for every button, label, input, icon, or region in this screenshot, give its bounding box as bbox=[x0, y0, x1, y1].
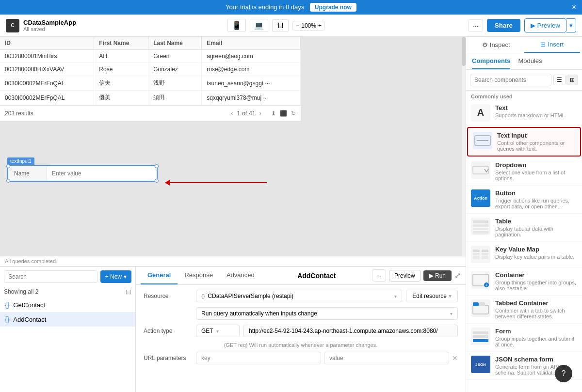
tablet-view-button[interactable]: 💻 bbox=[250, 19, 268, 32]
svg-rect-14 bbox=[482, 250, 488, 252]
trial-banner: Your trial is ending in 8 days Upgrade n… bbox=[0, 0, 582, 15]
resource-value: CDataAPIServerSample (restapi) bbox=[208, 293, 293, 299]
component-desc: Display key value pairs in a table. bbox=[495, 254, 577, 260]
svg-text:+: + bbox=[485, 282, 488, 288]
svg-rect-10 bbox=[473, 228, 488, 230]
auto-run-select[interactable]: Run query automatically when inputs chan… bbox=[196, 307, 458, 320]
component-item-text-input[interactable]: Text Input Control other components or q… bbox=[467, 127, 581, 157]
tab-components[interactable]: Components bbox=[472, 53, 510, 69]
download-icon[interactable]: ⬇ bbox=[271, 110, 276, 117]
cell-email: rose@edge.com bbox=[202, 63, 301, 76]
resize-handle-br[interactable] bbox=[155, 179, 159, 183]
filter-settings-icon[interactable]: ⊟ bbox=[126, 288, 131, 296]
component-info: Form Group inputs together and submit at… bbox=[495, 328, 577, 347]
component-item-table[interactable]: Table Display tabular data with paginati… bbox=[466, 214, 582, 242]
svg-rect-13 bbox=[473, 250, 480, 252]
component-name: Table bbox=[495, 218, 577, 225]
component-icon-input bbox=[473, 132, 492, 149]
cell-id: 0032800001MniHirs bbox=[0, 50, 94, 63]
canvas-scrollbar-thumb[interactable] bbox=[462, 37, 466, 66]
resource-select[interactable]: {} CDataAPIServerSample (restapi) ▾ bbox=[196, 290, 402, 302]
query-expand-button[interactable]: ⤢ bbox=[454, 271, 461, 280]
preview-dropdown-button[interactable]: ▾ bbox=[566, 18, 576, 32]
query-icon: {} bbox=[5, 315, 9, 323]
tab-advanced[interactable]: Advanced bbox=[220, 267, 261, 284]
share-button[interactable]: Share bbox=[487, 19, 520, 32]
edit-resource-button[interactable]: Edit resource ▾ bbox=[406, 290, 458, 302]
url-param-key-input[interactable] bbox=[196, 352, 321, 364]
component-item-form[interactable]: Form Group inputs together and submit at… bbox=[466, 324, 582, 352]
canvas-scrollbar[interactable] bbox=[462, 37, 466, 256]
component-item-key-value-map[interactable]: Key Value Map Display key value pairs in… bbox=[466, 242, 582, 267]
url-param-delete-button[interactable]: ✕ bbox=[452, 352, 458, 364]
resize-handle-tr[interactable] bbox=[155, 164, 159, 168]
query-preview-button[interactable]: Preview bbox=[389, 270, 420, 282]
query-search-input[interactable] bbox=[4, 270, 97, 283]
view-toggle: ☰ ⊞ bbox=[553, 75, 578, 85]
grid-view-button[interactable]: ⊞ bbox=[566, 75, 578, 85]
resource-label: Resource bbox=[144, 293, 192, 299]
svg-rect-28 bbox=[473, 331, 488, 334]
url-param-value-input[interactable] bbox=[324, 352, 449, 364]
cell-last: Green bbox=[148, 50, 202, 63]
component-item-button[interactable]: Action Button Trigger actions like run q… bbox=[466, 186, 582, 214]
query-more-button[interactable]: ··· bbox=[372, 269, 386, 282]
resize-handle-bl[interactable] bbox=[6, 179, 10, 183]
component-tabs: Components Modules bbox=[466, 53, 582, 70]
zoom-plus[interactable]: + bbox=[318, 22, 322, 29]
action-type-select[interactable]: GET ▾ bbox=[196, 325, 240, 337]
results-count: 203 results bbox=[5, 110, 33, 117]
banner-close-button[interactable]: × bbox=[572, 3, 576, 12]
url-input[interactable]: http://ec2-54-92-104-243.ap-northeast-1.… bbox=[243, 325, 458, 337]
component-icon-form bbox=[471, 328, 490, 345]
cell-last: 浅野 bbox=[148, 76, 202, 91]
inspect-icon: ⚙ bbox=[482, 41, 488, 48]
more-options-button[interactable]: ··· bbox=[469, 19, 483, 32]
tab-general[interactable]: General bbox=[141, 267, 178, 284]
svg-rect-16 bbox=[482, 253, 488, 255]
preview-button[interactable]: ▶ Preview bbox=[524, 18, 566, 32]
new-query-label: + New bbox=[105, 273, 122, 280]
right-panel-tabs: ⚙ Inspect ⊞ Insert bbox=[466, 37, 582, 53]
component-desc: Display tabular data with pagination. bbox=[495, 226, 577, 237]
component-name: JSON schema form bbox=[495, 356, 577, 363]
component-name: Button bbox=[495, 189, 577, 197]
page-prev-button[interactable]: ‹ bbox=[229, 109, 235, 118]
component-item-tabbed-container[interactable]: Tabbed Container Container with a tab to… bbox=[466, 296, 582, 324]
text-input-field[interactable] bbox=[47, 166, 157, 181]
page-next-button[interactable]: › bbox=[258, 109, 263, 118]
upgrade-button[interactable]: Upgrade now bbox=[310, 3, 356, 12]
list-view-button[interactable]: ☰ bbox=[553, 75, 566, 85]
component-info: Dropdown Select one value from a list of… bbox=[495, 161, 577, 181]
table-row: 0030I00002MErFpQAL 優美 須田 sqxqqryumi378@m… bbox=[0, 91, 301, 105]
auto-note: (GET req) Will run automatically wheneve… bbox=[144, 342, 458, 348]
help-button[interactable]: ? bbox=[555, 365, 572, 382]
tab-inspect[interactable]: ⚙ Inspect bbox=[468, 37, 524, 53]
svg-rect-8 bbox=[473, 220, 488, 223]
refresh-icon[interactable]: ↻ bbox=[291, 110, 296, 117]
desktop-view-button[interactable]: 🖥 bbox=[272, 19, 289, 32]
cell-first: 優美 bbox=[94, 91, 148, 105]
component-item-dropdown[interactable]: Dropdown Select one value from a list of… bbox=[466, 157, 582, 186]
component-item-container[interactable]: + Container Group things together into g… bbox=[466, 267, 582, 296]
bottom-main: General Response Advanced AddContact ···… bbox=[136, 267, 466, 392]
component-search-input[interactable] bbox=[470, 74, 551, 86]
tab-modules[interactable]: Modules bbox=[518, 53, 542, 69]
resize-handle-tl[interactable] bbox=[6, 164, 10, 168]
edit-resource-label: Edit resource bbox=[412, 293, 447, 299]
zoom-minus[interactable]: − bbox=[296, 22, 299, 29]
url-params-area: ✕ bbox=[196, 352, 458, 366]
svg-rect-17 bbox=[473, 256, 480, 259]
query-item-getcontact[interactable]: {} GetContact bbox=[0, 298, 135, 312]
filter-icon[interactable]: ⬛ bbox=[280, 110, 287, 117]
tab-insert[interactable]: ⊞ Insert bbox=[524, 37, 581, 53]
query-item-addcontact[interactable]: {} AddContact bbox=[0, 312, 135, 327]
component-info: Button Trigger actions like run queries,… bbox=[495, 189, 577, 209]
component-item-text[interactable]: A Text Supports markdown or HTML. bbox=[466, 100, 582, 126]
query-item-name: GetContact bbox=[13, 301, 45, 309]
query-run-button[interactable]: ▶ Run bbox=[423, 270, 452, 281]
mobile-view-button[interactable]: 📱 bbox=[227, 19, 246, 32]
resource-row: Resource {} CDataAPIServerSample (restap… bbox=[144, 290, 458, 302]
tab-response[interactable]: Response bbox=[178, 267, 220, 284]
new-query-button[interactable]: + New ▾ bbox=[100, 270, 131, 283]
